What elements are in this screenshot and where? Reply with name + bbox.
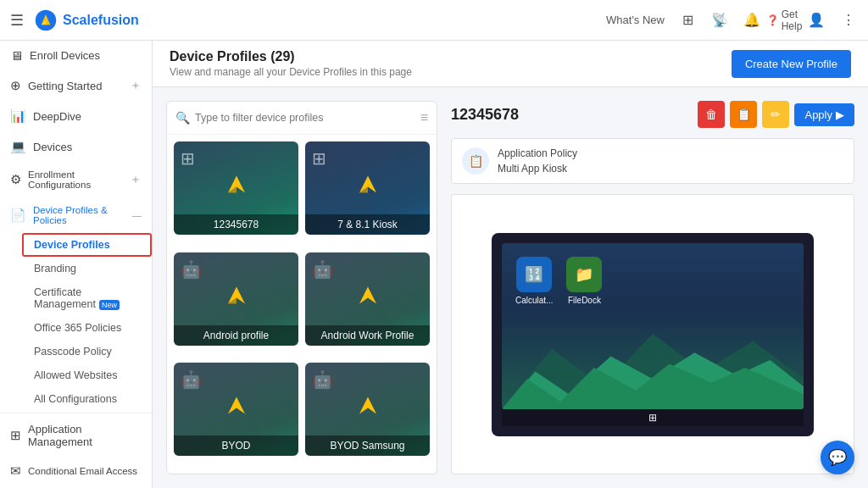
app-icon-calculator: 🔢 Calculat... xyxy=(515,257,553,305)
android-icon-1: 🤖 xyxy=(181,259,202,280)
arrow-logo-icon-5 xyxy=(224,393,249,419)
sidebar-item-deepdive[interactable]: 📊 DeepDive xyxy=(0,101,152,131)
sidebar: 🖥 Enroll Devices ⊕ Getting Started ＋ 📊 D… xyxy=(0,41,153,488)
profile-search-bar: 🔍 ≡ xyxy=(167,102,437,135)
svg-marker-9 xyxy=(359,286,376,303)
svg-marker-11 xyxy=(359,397,376,414)
deepdive-icon: 📊 xyxy=(10,108,26,124)
profile-card-name-4: Android Work Profile xyxy=(305,325,430,346)
logo-icon xyxy=(34,8,58,32)
arrow-logo-icon-6 xyxy=(355,393,381,419)
getting-started-add-icon[interactable]: ＋ xyxy=(130,78,142,93)
profile-card-name-6: BYOD Samsung xyxy=(305,435,430,456)
detail-header: 12345678 🗑 📋 ✏ Apply ▶ xyxy=(451,101,854,128)
profile-card-android-profile[interactable]: 🤖 Android profile xyxy=(174,252,298,346)
chat-bubble-button[interactable]: 💬 xyxy=(821,441,854,474)
calculator-icon: 🔢 xyxy=(525,265,543,284)
sidebar-item-devices[interactable]: 💻 Devices xyxy=(0,131,152,162)
sidebar-item-device-profiles-policies[interactable]: 📄 Device Profiles & Policies — xyxy=(0,197,152,233)
search-input[interactable] xyxy=(195,112,415,124)
filedock-icon: 📁 xyxy=(575,265,593,284)
sidebar-sub-item-certificate-management[interactable]: Certificate ManagementNew xyxy=(0,280,152,316)
arrow-logo-icon xyxy=(224,172,249,197)
main-content: Device Profiles (29) View and manage all… xyxy=(153,41,868,488)
application-management-icon: ⊞ xyxy=(10,428,21,443)
arrow-logo-icon-2 xyxy=(355,172,381,197)
policy-name: Application Policy xyxy=(498,146,577,161)
detail-panel: 12345678 🗑 📋 ✏ Apply ▶ 📋 Applicat xyxy=(451,101,854,474)
profile-card-name-3: Android profile xyxy=(174,325,298,346)
more-options-icon[interactable]: ⋮ xyxy=(839,11,858,30)
policy-type: Multi App Kiosk xyxy=(498,161,577,176)
sidebar-item-getting-started[interactable]: ⊕ Getting Started ＋ xyxy=(0,70,152,101)
tablet-apps: 🔢 Calculat... 📁 FileDock xyxy=(502,243,804,319)
detail-actions: 🗑 📋 ✏ Apply ▶ xyxy=(698,101,854,128)
tablet-mockup: 🔢 Calculat... 📁 FileDock xyxy=(492,233,814,436)
page-subtitle: View and manage all your Device Profiles… xyxy=(170,66,412,78)
main-header: Device Profiles (29) View and manage all… xyxy=(153,41,868,87)
delete-button[interactable]: 🗑 xyxy=(698,101,725,128)
policy-icon: 📋 xyxy=(462,147,489,175)
sidebar-sub-item-office365[interactable]: Office 365 Policies xyxy=(0,316,152,340)
arrow-logo-icon-4 xyxy=(355,282,381,308)
windows-logo-icon-2: ⊞ xyxy=(312,148,326,169)
sidebar-item-enroll-devices[interactable]: 🖥 Enroll Devices xyxy=(0,41,152,70)
sidebar-sub-item-all-configurations[interactable]: All Configurations xyxy=(0,387,152,411)
device-profiles-submenu: Device Profiles Branding Certificate Man… xyxy=(0,233,152,411)
device-profiles-icon: 📄 xyxy=(10,208,26,223)
hamburger-icon[interactable]: ☰ xyxy=(10,11,24,30)
profile-card-byod-samsung[interactable]: 🤖 BYOD Samsung xyxy=(305,363,430,456)
filedock-icon-box: 📁 xyxy=(566,257,602,292)
arrow-logo-icon-3 xyxy=(224,282,249,308)
edit-button[interactable]: ✏ xyxy=(762,101,789,128)
sidebar-sub-item-allowed-websites[interactable]: Allowed Websites xyxy=(0,363,152,387)
new-badge: New xyxy=(99,300,120,310)
conditional-email-icon: ✉ xyxy=(10,463,21,479)
filter-menu-icon[interactable]: ≡ xyxy=(420,110,428,125)
windows-logo-icon: ⊞ xyxy=(181,148,195,169)
cast-icon[interactable]: 📡 xyxy=(710,11,729,30)
enrollment-add-icon[interactable]: ＋ xyxy=(130,172,142,187)
profile-card-byod[interactable]: 🤖 BYOD xyxy=(174,363,298,456)
apply-button[interactable]: Apply ▶ xyxy=(794,103,854,126)
policy-info: 📋 Application Policy Multi App Kiosk xyxy=(451,138,854,184)
whats-new-link[interactable]: What's New xyxy=(606,14,665,26)
search-icon: 🔍 xyxy=(175,111,190,125)
bell-icon[interactable]: 🔔 xyxy=(743,11,761,30)
calculator-label: Calculat... xyxy=(515,296,553,305)
sidebar-item-enrollment-configurations[interactable]: ⚙ Enrollment Configurations ＋ xyxy=(0,162,152,197)
top-navigation: ☰ Scalefusion What's New ⊞ 📡 🔔 ❓Get Help… xyxy=(0,0,868,41)
user-avatar[interactable]: 👤 xyxy=(807,11,826,30)
windows-start-icon: ⊞ xyxy=(648,412,657,424)
mountain-svg xyxy=(502,319,804,409)
calculator-icon-box: 🔢 xyxy=(516,257,552,292)
help-icon[interactable]: ❓Get Help xyxy=(775,11,793,30)
profile-card-android-work-profile[interactable]: 🤖 Android Work Profile xyxy=(305,252,430,346)
app-icon-filedock: 📁 FileDock xyxy=(566,257,602,305)
profile-card-name-5: BYOD xyxy=(174,435,298,456)
sidebar-item-conditional-email[interactable]: ✉ Conditional Email Access xyxy=(0,456,152,486)
enroll-devices-icon: 🖥 xyxy=(10,48,23,63)
sidebar-sub-item-device-profiles[interactable]: Device Profiles xyxy=(0,233,152,257)
tablet-screen: 🔢 Calculat... 📁 FileDock xyxy=(502,243,804,409)
page-title: Device Profiles (29) xyxy=(170,49,412,64)
policy-text: Application Policy Multi App Kiosk xyxy=(498,146,577,176)
sidebar-item-application-management[interactable]: ⊞ Application Management xyxy=(0,415,152,456)
profile-card-781-kiosk[interactable]: ⊞ 7 & 8.1 Kiosk xyxy=(305,141,430,235)
devices-icon: 💻 xyxy=(10,139,26,154)
logo-text: Scalefusion xyxy=(63,13,139,28)
logo: Scalefusion xyxy=(34,8,139,32)
profile-card-12345678[interactable]: ⊞ 12345678 xyxy=(174,141,298,235)
svg-marker-10 xyxy=(228,397,245,414)
sidebar-sub-item-branding[interactable]: Branding xyxy=(0,257,152,280)
main-body: 🔍 ≡ ⊞ 12345678 xyxy=(153,87,868,488)
profile-card-name-2: 7 & 8.1 Kiosk xyxy=(305,214,430,235)
create-new-profile-button[interactable]: Create New Profile xyxy=(732,50,851,78)
grid-view-icon[interactable]: ⊞ xyxy=(678,11,697,30)
apply-arrow-icon: ▶ xyxy=(836,108,844,121)
duplicate-button[interactable]: 📋 xyxy=(730,101,757,128)
mountain-chart xyxy=(502,319,804,409)
sidebar-sub-item-passcode-policy[interactable]: Passcode Policy xyxy=(0,340,152,363)
collapse-icon[interactable]: — xyxy=(132,210,142,220)
profile-card-name: 12345678 xyxy=(174,214,298,235)
